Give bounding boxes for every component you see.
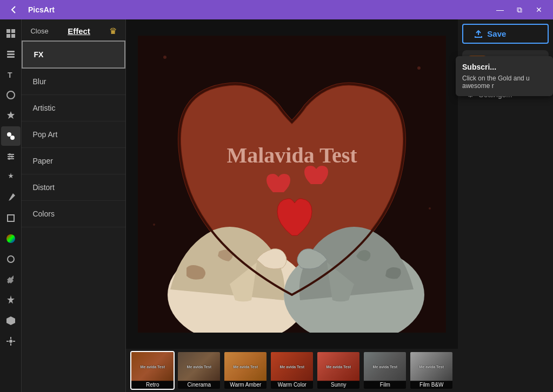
- save-button[interactable]: Save: [462, 24, 549, 44]
- effect-paper[interactable]: Paper: [22, 148, 125, 174]
- effects-tool-button[interactable]: [1, 126, 21, 146]
- svg-point-15: [6, 234, 15, 243]
- preset-warm-color-label: Warm Color: [271, 381, 313, 389]
- crown-icon: ♛: [109, 26, 117, 36]
- subscribe-popup-text: Click on the Gold and u awesome r: [462, 75, 547, 90]
- maximize-button[interactable]: ⧉: [512, 2, 527, 17]
- svg-rect-6: [7, 56, 15, 58]
- preset-warm-color-thumb: Me avida Test: [271, 352, 313, 381]
- preset-film-thumb: Me avida Test: [364, 352, 406, 381]
- sticker-tool-button[interactable]: [1, 106, 21, 125]
- preset-film-label: Film: [364, 381, 406, 389]
- preset-film-bw-label: Film B&W: [410, 381, 452, 389]
- preset-retro-thumb: Me avida Test: [131, 352, 174, 381]
- preset-film-bw[interactable]: Me avida Test Film B&W: [409, 351, 454, 390]
- effect-pop-art[interactable]: Pop Art: [22, 121, 125, 148]
- share-icon: [474, 30, 483, 38]
- clone-tool-button[interactable]: [1, 311, 21, 330]
- svg-point-24: [429, 207, 431, 209]
- svg-point-10: [10, 136, 15, 140]
- svg-point-23: [153, 224, 155, 226]
- svg-point-9: [7, 132, 11, 137]
- preset-retro[interactable]: Me avida Test Retro: [130, 351, 175, 390]
- icon-sidebar: T: [0, 19, 22, 392]
- svg-marker-16: [6, 316, 15, 325]
- app-title: PicsArt: [28, 5, 486, 14]
- preset-retro-label: Retro: [131, 381, 174, 389]
- close-button[interactable]: ✕: [531, 2, 547, 17]
- canvas-wrapper: Malavida Test: [126, 19, 458, 349]
- window-controls: — ⧉ ✕: [492, 2, 547, 17]
- effect-colors[interactable]: Colors: [22, 201, 125, 227]
- warp-tool-button[interactable]: [1, 249, 21, 269]
- svg-point-8: [7, 91, 15, 99]
- svg-rect-4: [7, 51, 15, 52]
- effect-blur[interactable]: Blur: [22, 69, 125, 95]
- preset-sunny[interactable]: Me avida Test Sunny: [316, 351, 361, 390]
- effect-artistic[interactable]: Artistic: [22, 95, 125, 121]
- presets-bar: Me avida Test Retro Me avida Test Cinera…: [126, 349, 458, 392]
- minimize-button[interactable]: —: [492, 2, 508, 17]
- effects-list: FX Blur Artistic Pop Art Paper Distort C…: [22, 40, 125, 392]
- svg-rect-5: [7, 53, 15, 55]
- preset-cinerama[interactable]: Me avida Test Cinerama: [177, 351, 221, 390]
- close-effects-button[interactable]: Close: [30, 27, 48, 35]
- tools-button[interactable]: [1, 270, 21, 289]
- adjust-tool-button[interactable]: [1, 147, 21, 166]
- brush-tool-button[interactable]: [1, 188, 21, 207]
- svg-text:Malavida Test: Malavida Test: [227, 143, 358, 167]
- subscribe-popup: Subscri... Click on the Gold and u aweso…: [456, 56, 553, 96]
- canvas-svg: Malavida Test: [138, 36, 446, 333]
- svg-rect-0: [6, 29, 10, 33]
- svg-rect-14: [8, 215, 14, 221]
- preset-film[interactable]: Me avida Test Film: [363, 351, 407, 390]
- preset-warm-color[interactable]: Me avida Test Warm Color: [270, 351, 314, 390]
- canvas-image: Malavida Test: [138, 36, 446, 333]
- preset-film-bw-thumb: Me avida Test: [410, 352, 452, 381]
- draw-tool-button[interactable]: [1, 85, 21, 105]
- preset-cinerama-label: Cinerama: [178, 381, 220, 389]
- preset-cinerama-thumb: Me avida Test: [178, 352, 220, 381]
- crop-tool-button[interactable]: [1, 208, 21, 228]
- preset-sunny-label: Sunny: [317, 381, 359, 389]
- color-tool-button[interactable]: [1, 229, 21, 248]
- subscribe-popup-title: Subscri...: [462, 63, 547, 71]
- titlebar: PicsArt — ⧉ ✕: [0, 0, 553, 19]
- right-panel: Save Retro ⚙ Settings... Subscri... Clic…: [458, 19, 553, 392]
- sparkle-tool-button[interactable]: [1, 290, 21, 310]
- svg-rect-2: [6, 34, 10, 38]
- effects-panel: Close Effect ♛ FX Blur Artistic Pop Art …: [22, 19, 126, 392]
- layers-tool-button[interactable]: [1, 44, 21, 64]
- effects-panel-title: Effect: [55, 26, 103, 36]
- preset-warm-amber-label: Warm Amber: [224, 381, 266, 389]
- back-button[interactable]: [6, 2, 22, 17]
- svg-point-11: [9, 153, 11, 156]
- magic-tool-button[interactable]: [1, 167, 21, 187]
- grid-tool-button[interactable]: [1, 24, 21, 43]
- text-tool-button[interactable]: T: [1, 65, 21, 84]
- location-tool-button[interactable]: [1, 332, 21, 351]
- main-layout: T: [0, 19, 553, 392]
- svg-point-19: [163, 56, 166, 59]
- preset-warm-amber[interactable]: Me avida Test Warm Amber: [223, 351, 268, 390]
- svg-rect-1: [11, 29, 15, 33]
- svg-point-20: [417, 66, 421, 70]
- canvas-area: Malavida Test: [126, 19, 458, 392]
- effects-header: Close Effect ♛: [22, 19, 125, 40]
- preset-sunny-thumb: Me avida Test: [317, 352, 359, 381]
- svg-rect-3: [11, 34, 15, 38]
- preset-warm-amber-thumb: Me avida Test: [224, 352, 266, 381]
- effect-distort[interactable]: Distort: [22, 174, 125, 201]
- svg-point-12: [11, 156, 13, 158]
- svg-text:T: T: [8, 71, 12, 79]
- effect-fx[interactable]: FX: [22, 40, 125, 69]
- svg-point-17: [9, 340, 12, 343]
- svg-point-13: [8, 158, 10, 160]
